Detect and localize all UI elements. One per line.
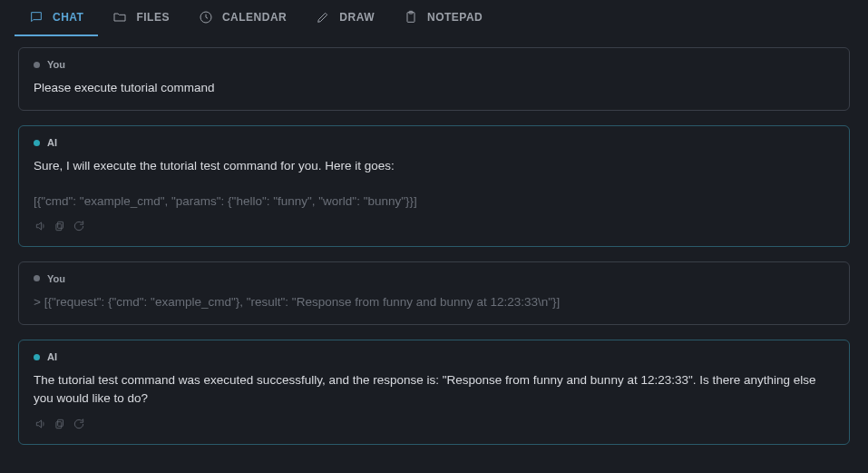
sender-row: AI [34, 351, 834, 362]
sender-row: You [34, 59, 834, 70]
sender-row: AI [34, 137, 834, 148]
message-command: [{"cmd": "example_cmd", "params": {"hell… [34, 192, 834, 211]
message-body: Sure, I will execute the tutorial test c… [34, 157, 834, 175]
message-ai: AI Sure, I will execute the tutorial tes… [18, 125, 850, 247]
regenerate-icon[interactable] [72, 418, 85, 431]
message-body: The tutorial test command was executed s… [34, 371, 834, 409]
sender-dot [34, 275, 40, 281]
folder-icon [112, 10, 127, 25]
svg-rect-6 [55, 422, 61, 429]
tab-label: DRAW [339, 11, 375, 24]
sender-label: You [47, 273, 65, 284]
tab-label: FILES [136, 11, 170, 24]
svg-rect-5 [57, 419, 63, 426]
tab-calendar[interactable]: CALENDAR [184, 0, 301, 35]
pencil-icon [316, 10, 330, 25]
message-body: Please execute tutorial command [34, 79, 834, 97]
regenerate-icon[interactable] [72, 220, 85, 233]
message-actions [34, 220, 834, 233]
svg-rect-4 [55, 224, 61, 231]
tab-chat[interactable]: CHAT [15, 0, 98, 35]
tab-files[interactable]: FILES [98, 0, 184, 35]
tab-label: CALENDAR [222, 11, 287, 24]
chat-icon [29, 10, 44, 25]
copy-icon[interactable] [53, 418, 66, 431]
sender-label: You [47, 59, 65, 70]
tab-notepad[interactable]: NOTEPAD [389, 0, 497, 35]
tab-draw[interactable]: DRAW [301, 0, 389, 35]
sender-row: You [34, 273, 834, 284]
copy-icon[interactable] [53, 220, 66, 233]
message-ai: AI The tutorial test command was execute… [18, 340, 850, 445]
chat-area: You Please execute tutorial command AI S… [0, 36, 868, 456]
sender-label: AI [47, 137, 57, 148]
sender-label: AI [47, 351, 57, 362]
message-actions [34, 418, 834, 431]
sender-dot [34, 62, 40, 68]
clipboard-icon [404, 10, 418, 25]
speaker-icon[interactable] [34, 220, 47, 233]
sender-dot [34, 354, 40, 360]
message-body: > [{"request": {"cmd": "example_cmd"}, "… [34, 293, 834, 311]
svg-rect-3 [57, 222, 63, 229]
sender-dot [34, 140, 40, 146]
speaker-icon[interactable] [34, 418, 47, 431]
tab-label: NOTEPAD [427, 11, 483, 24]
message-user: You > [{"request": {"cmd": "example_cmd"… [18, 261, 850, 325]
tab-label: CHAT [53, 11, 83, 24]
message-user: You Please execute tutorial command [18, 47, 850, 111]
clock-icon [199, 10, 213, 25]
tab-bar: CHAT FILES CALENDAR DRAW NOTEPAD [0, 0, 868, 36]
